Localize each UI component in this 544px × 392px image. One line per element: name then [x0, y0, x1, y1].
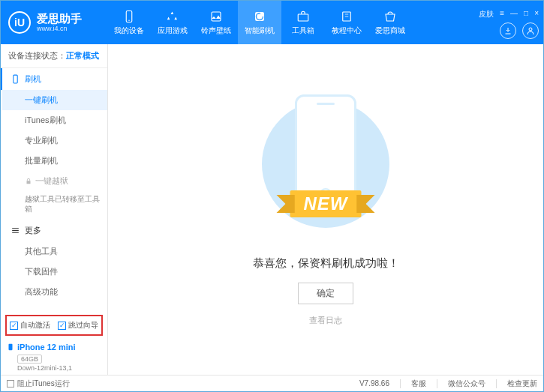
success-illustration: NEW	[258, 93, 393, 243]
minimize-button[interactable]: —	[510, 9, 518, 17]
main-content: NEW 恭喜您，保资料刷机成功啦！ 确定 查看日志	[108, 44, 543, 375]
close-button[interactable]: ×	[534, 9, 539, 17]
svg-rect-14	[9, 344, 13, 350]
list-icon	[10, 226, 20, 236]
device-phone-icon	[7, 342, 14, 352]
nav-my-device[interactable]: 我的设备	[107, 1, 151, 44]
nav-apps-games[interactable]: 应用游戏	[151, 1, 194, 44]
svg-rect-4	[298, 14, 308, 21]
checkbox-icon: ✓	[10, 322, 18, 330]
device-storage: 64GB	[17, 355, 42, 364]
sidebar-item-pro-flash[interactable]: 专业刷机	[2, 130, 107, 151]
wallpaper-icon	[209, 10, 224, 23]
svg-point-1	[128, 19, 130, 21]
main-nav: 我的设备 应用游戏 铃声壁纸 智能刷机 工具箱 教程中心 爱思商城	[107, 1, 479, 44]
success-message: 恭喜您，保资料刷机成功啦！	[253, 256, 399, 271]
checkbox-icon: ✓	[58, 322, 66, 330]
phone-icon	[10, 74, 20, 85]
nav-label: 智能刷机	[245, 25, 275, 36]
nav-toolbox[interactable]: 工具箱	[281, 1, 325, 44]
sidebar-head-label: 更多	[25, 225, 41, 236]
sidebar-item-jailbreak: 一键越狱	[2, 171, 107, 191]
phone-icon	[122, 10, 137, 23]
download-button[interactable]	[500, 22, 516, 39]
options-highlight-box: ✓ 自动激活 ✓ 跳过向导	[5, 315, 103, 336]
checkbox-icon	[7, 380, 14, 388]
app-header: iU 爱思助手 www.i4.cn 我的设备 应用游戏 铃声壁纸 智能刷机 工具…	[1, 1, 543, 44]
svg-point-8	[529, 28, 532, 31]
svg-rect-2	[212, 12, 221, 21]
book-icon	[339, 10, 354, 23]
sidebar-item-one-click-flash[interactable]: 一键刷机	[2, 90, 107, 110]
jailbreak-notice: 越狱工具已转移至工具箱	[2, 191, 107, 220]
connection-mode: 正常模式	[66, 51, 99, 60]
device-name-label: iPhone 12 mini	[17, 343, 76, 352]
store-icon	[383, 10, 398, 23]
window-controls: 皮肤 ≡ — □ ×	[479, 6, 539, 19]
app-title: 爱思助手	[37, 13, 82, 25]
skin-button[interactable]: 皮肤	[479, 9, 494, 19]
svg-rect-9	[13, 75, 17, 83]
sidebar-item-other-tools[interactable]: 其他工具	[2, 241, 107, 262]
sidebar-item-itunes-flash[interactable]: iTunes刷机	[2, 110, 107, 130]
lock-icon	[25, 178, 32, 185]
nav-smart-flash[interactable]: 智能刷机	[238, 1, 281, 44]
nav-label: 我的设备	[114, 25, 144, 36]
version-label: V7.98.66	[359, 379, 389, 388]
sidebar-section-flash[interactable]: 刷机	[1, 68, 107, 90]
sidebar-item-advanced[interactable]: 高级功能	[2, 282, 107, 302]
sidebar-section-more[interactable]: 更多	[2, 220, 107, 241]
nav-label: 爱思商城	[375, 25, 405, 36]
ok-button[interactable]: 确定	[298, 283, 353, 304]
logo-icon: iU	[8, 11, 31, 34]
sidebar-item-download-firmware[interactable]: 下载固件	[2, 262, 107, 282]
customer-service-link[interactable]: 客服	[411, 379, 426, 389]
nav-label: 应用游戏	[158, 25, 188, 36]
menu-button[interactable]: ≡	[500, 9, 504, 17]
flash-icon	[252, 10, 267, 23]
app-url: www.i4.cn	[37, 25, 82, 32]
connected-device[interactable]: iPhone 12 mini 64GB Down-12mini-13,1	[1, 337, 107, 375]
sidebar: 设备连接状态：正常模式 刷机 一键刷机 iTunes刷机 专业刷机 批量刷机 一…	[1, 44, 108, 375]
skip-wizard-checkbox[interactable]: ✓ 跳过向导	[58, 320, 98, 331]
nav-label: 教程中心	[332, 25, 362, 36]
sidebar-head-label: 刷机	[25, 73, 41, 85]
new-ribbon: NEW	[290, 190, 362, 217]
toolbox-icon	[296, 10, 311, 23]
svg-rect-10	[27, 181, 31, 184]
nav-label: 铃声壁纸	[201, 25, 231, 36]
nav-label: 工具箱	[292, 25, 314, 36]
block-itunes-checkbox[interactable]: 阻止iTunes运行	[7, 379, 70, 389]
wechat-link[interactable]: 微信公众号	[448, 379, 485, 389]
maximize-button[interactable]: □	[524, 9, 528, 17]
check-update-link[interactable]: 检查更新	[507, 379, 537, 389]
nav-ringtone-wallpaper[interactable]: 铃声壁纸	[194, 1, 238, 44]
auto-activate-checkbox[interactable]: ✓ 自动激活	[10, 320, 50, 331]
connection-status: 设备连接状态：正常模式	[1, 44, 107, 68]
status-bar: 阻止iTunes运行 V7.98.66 客服 微信公众号 检查更新	[1, 375, 543, 391]
nav-store[interactable]: 爱思商城	[368, 1, 412, 44]
view-log-link[interactable]: 查看日志	[309, 315, 342, 326]
logo-area: iU 爱思助手 www.i4.cn	[8, 11, 107, 34]
sidebar-item-batch-flash[interactable]: 批量刷机	[2, 151, 107, 171]
apps-icon	[165, 10, 180, 23]
device-identifier: Down-12mini-13,1	[17, 364, 101, 372]
nav-tutorial-center[interactable]: 教程中心	[325, 1, 368, 44]
user-button[interactable]	[522, 22, 539, 39]
